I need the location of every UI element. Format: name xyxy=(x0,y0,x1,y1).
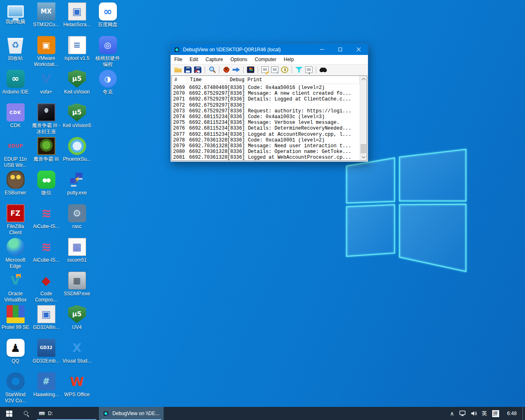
log-cell: 6692.67529297 xyxy=(187,108,227,114)
desktop-icon-cdk[interactable]: CDKCDK xyxy=(0,103,31,129)
desktop-icon-uv4[interactable]: µ5UV4 xyxy=(62,305,92,331)
log-row[interactable]: 20796692.70361328[8336] Message: Need us… xyxy=(172,143,360,149)
tray-ime-language[interactable]: 英 xyxy=(479,407,490,420)
scroll-down-arrow-icon[interactable] xyxy=(360,153,367,160)
tray-volume-icon[interactable] xyxy=(468,407,479,420)
desktop-icon-hetao-coding[interactable]: ◎核桃软硬件 编程 xyxy=(92,36,123,68)
log-boot-icon[interactable] xyxy=(261,66,269,73)
putty-icon: ⚡ xyxy=(68,171,86,189)
log-row[interactable]: 20726692.67529297[8336] xyxy=(172,103,360,108)
capture-now-icon[interactable] xyxy=(208,66,216,73)
desktop-icon-edup-usb-wireless[interactable]: EDUPEDUP 11n USB Wir... xyxy=(0,137,31,169)
desktop-icon-visual-studio-code[interactable]: XVisual Stud... xyxy=(62,339,92,364)
desktop-icon-vofa-plus[interactable]: Vvofa+ xyxy=(31,70,62,95)
desktop-icon-vmware-workstation[interactable]: ▣VMware Workstati... xyxy=(31,36,62,68)
tray-chevron-up-icon[interactable]: ∧ xyxy=(447,407,457,420)
minimize-button[interactable] xyxy=(313,44,331,55)
desktop-icon-arduino-ide[interactable]: ∞Arduino IDE xyxy=(0,70,31,95)
desktop-icon-phoenixsuit[interactable]: PhoenixSu... xyxy=(62,137,92,162)
column-header-debug-print[interactable]: Debug Print xyxy=(227,76,360,84)
autoscroll-icon[interactable] xyxy=(271,66,278,73)
tray-clock[interactable]: 6:48 xyxy=(501,407,523,420)
desktop-icon-keil-uvision5[interactable]: µ5Keil uVision5 xyxy=(62,103,92,129)
log-row[interactable]: 20706692.67529297[8336] Message: A new c… xyxy=(172,91,360,96)
log-row[interactable]: 20766692.68115234[8336] Details: Determi… xyxy=(172,126,360,131)
desktop-icon-qq[interactable]: ♟QQ xyxy=(0,339,31,364)
capture-global-win32-icon[interactable] xyxy=(247,66,254,73)
menu-file[interactable]: File xyxy=(171,57,186,62)
desktop-icon-haawking[interactable]: #Haawking... xyxy=(31,372,62,398)
vertical-scrollbar[interactable] xyxy=(360,76,367,160)
scrollbar-thumb[interactable] xyxy=(361,144,366,153)
log-to-file-icon[interactable] xyxy=(194,66,201,73)
desktop-icon-aicube-is-2[interactable]: ≋AiCube-IS... xyxy=(31,238,62,263)
debugview-taskbar-icon xyxy=(103,410,110,417)
start-button[interactable] xyxy=(0,407,18,420)
desktop-icon-label: Protel 99 SE xyxy=(0,324,31,331)
insert-comment-icon[interactable] xyxy=(305,66,313,73)
menu-capture[interactable]: Capture xyxy=(202,57,227,62)
desktop-icon-oracle-virtualbox[interactable]: VOracle VirtualBox xyxy=(0,272,31,303)
taskbar-search-button[interactable] xyxy=(18,407,34,420)
tray-ime-mode[interactable]: 拼 xyxy=(490,407,501,420)
taskbar-debugview-button[interactable]: DebugView on \\DE... xyxy=(99,407,164,420)
menu-options[interactable]: Options xyxy=(227,57,251,62)
desktop-icon-isptool[interactable]: ≡isptool v1.5 xyxy=(62,36,92,62)
desktop-icon-wps-office[interactable]: WWPS Office xyxy=(62,372,92,398)
desktop-icon-quark-browser[interactable]: ◑夸克 xyxy=(92,70,123,95)
show-desktop-button[interactable] xyxy=(523,407,525,420)
desktop-icon-warcraft3[interactable]: 魔兽争霸 III xyxy=(31,137,62,162)
column-header--[interactable]: # xyxy=(172,76,187,84)
desktop-icon-label: EDUP 11n USB Wir... xyxy=(0,156,31,169)
desktop-icon-sscom51[interactable]: ▦sscom51 xyxy=(62,238,92,263)
close-button[interactable] xyxy=(349,44,368,55)
desktop-icon-my-computer[interactable]: 我的电脑 xyxy=(0,2,31,25)
passthrough-icon[interactable] xyxy=(233,66,240,73)
desktop-icon-esburner[interactable]: ESBurner xyxy=(0,171,31,196)
desktop-icon-recycle-bin[interactable]: ♻回收站 xyxy=(0,36,31,62)
log-row[interactable]: 20806692.70361328[8336] Details: Operati… xyxy=(172,149,360,155)
desktop-icon-warcraft3-frozen-throne[interactable]: 魔兽争霸 III - 冰封王座 xyxy=(31,103,62,135)
desktop-icon-gd32emb[interactable]: GD32GD32Emb... xyxy=(31,339,62,364)
desktop-icon-putty[interactable]: ⚡putty.exe xyxy=(62,171,92,196)
maximize-button[interactable] xyxy=(331,44,349,55)
column-header-time[interactable]: Time xyxy=(187,76,227,84)
log-row[interactable]: 20716692.67529297[8336] Details: Logged … xyxy=(172,96,360,102)
menu-computer[interactable]: Computer xyxy=(251,57,280,62)
find-icon[interactable] xyxy=(320,66,327,73)
scroll-up-arrow-icon[interactable] xyxy=(360,76,367,83)
desktop-icon-stm32cubemx[interactable]: MXSTM32Cu... xyxy=(31,2,62,28)
log-row[interactable]: 20746692.68115234[8336] Code: 0x4aa1003c… xyxy=(172,114,360,120)
desktop-icon-starwind-v2v[interactable]: StarWind V2V Co... xyxy=(0,372,31,404)
log-row[interactable]: 20756692.68115234[8336] Message: Verbose… xyxy=(172,120,360,126)
save-icon[interactable] xyxy=(184,66,192,73)
desktop-icon-gd32allin[interactable]: ▣GD32AllIn... xyxy=(31,305,62,331)
log-row[interactable]: 20776692.68115234[8336] Logged at Accoun… xyxy=(172,132,360,137)
desktop-icon-microsoft-edge[interactable]: Microsoft Edge xyxy=(0,238,31,269)
desktop-icon-protel-99se[interactable]: Protel 99 SE xyxy=(0,305,31,331)
desktop-icon-code-composer[interactable]: ◆Code Compos... xyxy=(31,272,62,303)
taskbar-explorer-button[interactable]: D: xyxy=(34,407,99,420)
desktop-icon-hetao-scratch[interactable]: ▣HetaoScra... xyxy=(62,2,92,28)
desktop-icon-filezilla-client[interactable]: FZFileZilla Client xyxy=(0,204,31,236)
desktop-icon-aicube-is-1[interactable]: ≋AiCube-IS... xyxy=(31,204,62,230)
log-row[interactable]: 20816692.70361328[8336] Logged at WebAcc… xyxy=(172,155,360,160)
open-icon[interactable] xyxy=(174,66,182,73)
desktop-icon-rasc[interactable]: ⚙rasc xyxy=(62,204,92,230)
log-row[interactable]: 20786692.70361328[8336] Code: 0xcaa10001… xyxy=(172,137,360,143)
desktop-icon-ssdmp[interactable]: ▦SSDMP.exe xyxy=(62,272,92,297)
tray-network-icon[interactable] xyxy=(457,407,468,420)
clock-time-icon[interactable] xyxy=(281,66,288,73)
log-row[interactable]: 20696692.67480469[8336] Code: 0x4aa50016… xyxy=(172,85,360,91)
menu-edit[interactable]: Edit xyxy=(186,57,202,62)
filter-icon[interactable] xyxy=(295,66,303,73)
desktop-icon-wechat[interactable]: ●●微信 xyxy=(31,171,62,196)
debugview-titlebar[interactable]: DebugView on \\DESKTOP-Q0R1R46 (local) xyxy=(171,44,368,55)
log-row[interactable]: 20736692.67529297[8336] Request: authori… xyxy=(172,108,360,114)
desktop-icon-keil-uvision[interactable]: µ5Keil uVision xyxy=(62,70,92,95)
desktop-icon-baidu-netdisk[interactable]: ∞百度网盘 xyxy=(92,2,123,28)
capture-events-icon[interactable] xyxy=(223,66,230,73)
log-cell: 2076 xyxy=(172,126,187,131)
menu-help[interactable]: Help xyxy=(280,57,298,62)
desktop-icon-label: Haawking... xyxy=(31,392,62,398)
